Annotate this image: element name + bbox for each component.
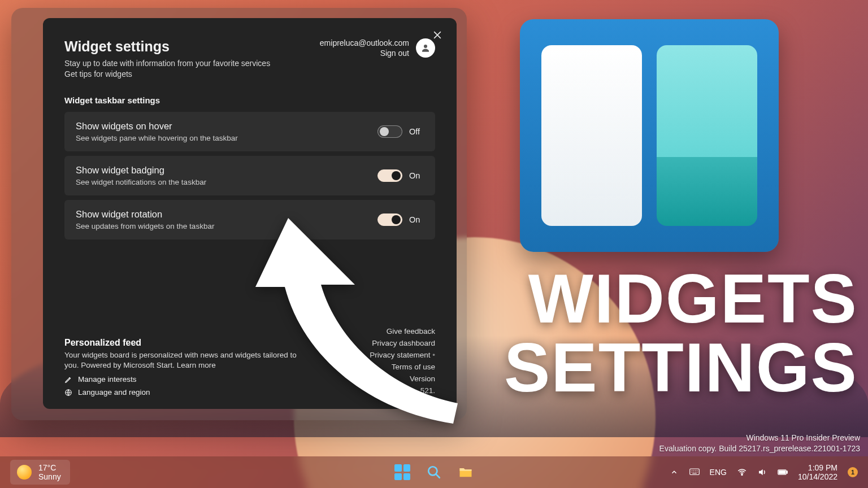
taskbar: 17°C Sunny ENG 1:09 PM	[0, 456, 868, 488]
feed-title: Personalized feed	[64, 338, 307, 348]
setting-title: Show widget rotation	[76, 209, 214, 220]
tray-overflow-button[interactable]	[669, 467, 679, 477]
battery-icon[interactable]	[778, 467, 788, 477]
clock[interactable]: 1:09 PM 10/14/2022	[798, 463, 837, 481]
sign-out-link[interactable]: Sign out	[380, 49, 409, 58]
account-avatar[interactable]	[416, 38, 435, 58]
setting-show-widget-rotation: Show widget rotation See updates from wi…	[64, 200, 435, 239]
setting-subtitle: See updates from widgets on the taskbar	[76, 222, 214, 230]
svg-rect-7	[787, 471, 787, 473]
volume-icon[interactable]	[757, 467, 767, 477]
panel-title: Widget settings	[64, 38, 270, 55]
svg-rect-4	[689, 469, 699, 475]
panel-subtitle: Stay up to date with information from yo…	[64, 58, 270, 80]
terms-of-use-link[interactable]: Terms of use	[370, 361, 435, 373]
close-button[interactable]	[432, 29, 443, 41]
touch-keyboard-button[interactable]	[689, 467, 700, 477]
toggle-show-widget-rotation[interactable]	[377, 213, 402, 226]
language-indicator[interactable]: ENG	[710, 468, 727, 477]
toggle-show-widget-badging[interactable]	[377, 169, 402, 182]
watermark-line-1: Windows 11 Pro Insider Preview	[659, 433, 860, 443]
toggle-show-widgets-on-hover[interactable]	[377, 125, 402, 138]
sun-icon	[17, 465, 32, 480]
svg-point-1	[424, 45, 427, 48]
widgets-app-icon	[520, 19, 779, 252]
manage-interests-link[interactable]: Manage interests	[64, 375, 307, 384]
setting-subtitle: See widgets pane while hovering on the t…	[76, 134, 238, 142]
widgets-flyout: Widget settings Stay up to date with inf…	[11, 8, 467, 420]
personalized-feed-block: Personalized feed Your widgets board is …	[64, 338, 307, 396]
time: 1:09 PM	[798, 463, 837, 472]
setting-title: Show widget badging	[76, 165, 206, 176]
svg-rect-8	[779, 470, 785, 474]
desktop-watermark: Windows 11 Pro Insider Preview Evaluatio…	[659, 433, 860, 454]
taskbar-settings-label: Widget taskbar settings	[64, 95, 435, 105]
pencil-icon	[64, 376, 72, 384]
globe-icon	[64, 389, 72, 396]
weather-temp: 17°C	[38, 463, 61, 472]
notification-badge[interactable]: 1	[848, 467, 858, 477]
privacy-dashboard-link[interactable]: Privacy dashboard	[370, 337, 435, 349]
privacy-statement-link[interactable]: Privacy statement	[370, 349, 435, 361]
toggle-state: Off	[409, 127, 424, 136]
setting-subtitle: See widget notifications on the taskbar	[76, 178, 206, 186]
watermark-line-2: Evaluation copy. Build 25217.rs_prerelea…	[659, 443, 860, 454]
footer-links: Give feedback Privacy dashboard Privacy …	[370, 325, 435, 396]
language-region-link[interactable]: Language and region	[64, 388, 307, 396]
wifi-icon[interactable]	[737, 467, 747, 477]
promo-title: WIDGETS SETTINGS	[466, 264, 868, 402]
start-button[interactable]	[394, 464, 411, 481]
svg-point-5	[741, 474, 743, 475]
version-value: 521.	[370, 385, 435, 396]
account-email: emipreluca@outlook.com	[320, 38, 409, 47]
search-button[interactable]	[426, 464, 442, 481]
give-feedback-link[interactable]: Give feedback	[370, 325, 435, 337]
promo-line-2: SETTINGS	[466, 333, 858, 402]
toggle-state: On	[409, 171, 424, 180]
setting-show-widget-badging: Show widget badging See widget notificat…	[64, 156, 435, 195]
weather-condition: Sunny	[38, 472, 61, 481]
setting-title: Show widgets on hover	[76, 121, 238, 132]
promo-line-1: WIDGETS	[466, 264, 858, 333]
file-explorer-button[interactable]	[457, 464, 474, 481]
weather-widget-button[interactable]: 17°C Sunny	[10, 460, 70, 485]
setting-show-widgets-on-hover: Show widgets on hover See widgets pane w…	[64, 112, 435, 151]
date: 10/14/2022	[798, 472, 837, 481]
version-label: Version	[370, 373, 435, 385]
feed-body: Your widgets board is personalized with …	[64, 350, 307, 371]
widget-settings-panel: Widget settings Stay up to date with inf…	[43, 18, 457, 409]
toggle-state: On	[409, 215, 424, 224]
system-tray: ENG 1:09 PM 10/14/2022 1	[669, 463, 858, 481]
